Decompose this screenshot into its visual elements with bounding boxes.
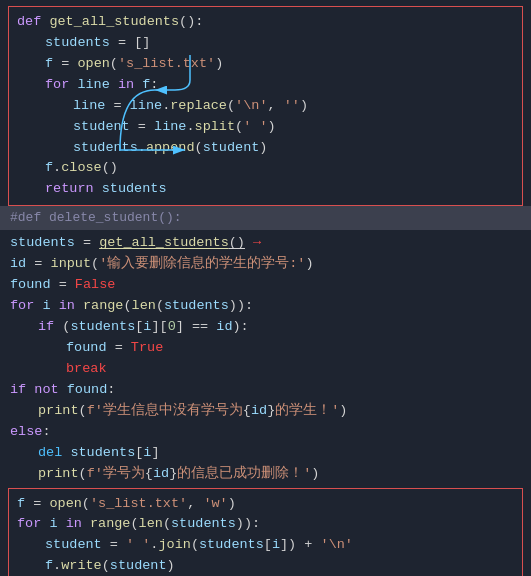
code-line: del students[i] — [10, 443, 521, 464]
code-line: line = line.replace('\n', '') — [17, 96, 514, 117]
code-line: break — [10, 359, 521, 380]
code-line: if not found: — [10, 380, 521, 401]
divider-text: #def delete_student(): — [10, 210, 182, 225]
code-line: def get_all_students(): — [17, 12, 514, 33]
top-code-block: def get_all_students(): students = [] f … — [8, 6, 523, 206]
code-line: for i in range(len(students)): — [10, 296, 521, 317]
code-line: students = [] — [17, 33, 514, 54]
code-line: f.close() — [17, 158, 514, 179]
code-line: students = get_all_students() → — [10, 233, 521, 254]
divider-bar: #def delete_student(): — [0, 206, 531, 230]
main-code-area: students = get_all_students() → id = inp… — [0, 230, 531, 487]
code-line: student = ' '.join(students[i]) + '\n' — [17, 535, 514, 556]
code-line: f = open('s_list.txt', 'w') — [17, 494, 514, 515]
code-line: students.append(student) — [17, 138, 514, 159]
code-line: f.write(student) — [17, 556, 514, 576]
code-line: id = input('输入要删除信息的学生的学号:') — [10, 254, 521, 275]
code-line: for line in f: — [17, 75, 514, 96]
bottom-code-block: f = open('s_list.txt', 'w') for i in ran… — [8, 488, 523, 577]
code-line: found = True — [10, 338, 521, 359]
code-line: for i in range(len(students)): — [17, 514, 514, 535]
code-line: print(f'学号为{id}的信息已成功删除！') — [10, 464, 521, 485]
code-line: if (students[i][0] == id): — [10, 317, 521, 338]
code-line: print(f'学生信息中没有学号为{id}的学生！') — [10, 401, 521, 422]
found-false-line: found = False — [10, 275, 521, 296]
code-line: student = line.split(' ') — [17, 117, 514, 138]
code-line: f = open('s_list.txt') — [17, 54, 514, 75]
code-line: else: — [10, 422, 521, 443]
code-line: return students — [17, 179, 514, 200]
